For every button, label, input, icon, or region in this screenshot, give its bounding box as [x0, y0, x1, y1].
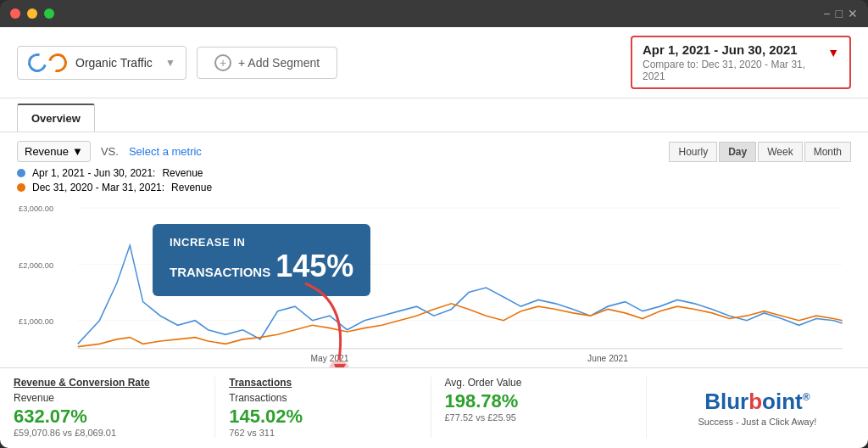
segment1-box[interactable]: Organic Traffic ▼: [17, 46, 186, 80]
blue-circle-icon: [25, 49, 50, 75]
metric-arrow-icon: ▼: [72, 145, 83, 158]
stat-value-revenue: 632.07%: [14, 406, 201, 428]
stat-value-transactions: 145.02%: [229, 406, 416, 428]
metric-label: Revenue: [25, 145, 69, 158]
brand-part2: b: [748, 389, 762, 414]
tab-overview[interactable]: Overview: [17, 104, 95, 132]
close-icon[interactable]: ✕: [848, 7, 858, 20]
close-button[interactable]: [10, 8, 20, 19]
stat-value-aov: 198.78%: [445, 390, 632, 412]
legend-date-1: Apr 1, 2021 - Jun 30, 2021:: [32, 167, 155, 179]
time-btn-week[interactable]: Week: [758, 142, 802, 162]
legend-item-1: Apr 1, 2021 - Jun 30, 2021: Revenue: [17, 167, 851, 179]
time-btn-day[interactable]: Day: [719, 142, 756, 162]
add-segment-box[interactable]: + + Add Segment: [197, 47, 337, 79]
brand-tagline: Success - Just a Click Away!: [698, 417, 816, 427]
svg-text:£3,000.00: £3,000.00: [19, 204, 53, 213]
time-buttons: Hourly Day Week Month: [669, 142, 851, 162]
app-window: − □ ✕ Organic Traffic ▼ + + Add Segment: [0, 0, 868, 448]
svg-text:May 2021: May 2021: [310, 353, 348, 363]
add-circle-icon: +: [214, 54, 231, 71]
legend-dot-blue: [17, 169, 25, 177]
stat-group-title-1: Transactions: [229, 377, 416, 389]
legend-dot-orange: [17, 183, 25, 192]
titlebar: − □ ✕: [0, 0, 868, 27]
segment1-label: Organic Traffic: [75, 56, 153, 70]
stat-group-aov: Avg. Order Value 198.78% £77.52 vs £25.9…: [431, 377, 647, 438]
organic-icon: [28, 53, 67, 72]
branding-section: Blurboint® Success - Just a Click Away!: [647, 377, 868, 438]
select-metric-link[interactable]: Select a metric: [129, 145, 202, 158]
svg-text:June 2021: June 2021: [587, 353, 628, 363]
window-controls: − □ ✕: [823, 7, 858, 20]
restore-icon[interactable]: □: [836, 7, 843, 20]
brand-name: Blurboint®: [704, 389, 810, 415]
chart-area: £3,000.00 £2,000.00 £1,000.00 May 2021 J…: [17, 199, 851, 367]
tab-bar: Overview: [0, 98, 868, 132]
stat-label-aov: Avg. Order Value: [445, 377, 632, 389]
chart-svg: £3,000.00 £2,000.00 £1,000.00 May 2021 J…: [17, 199, 851, 367]
stat-label-transactions: Transactions: [229, 392, 416, 404]
stat-sub-transactions: 762 vs 311: [229, 428, 416, 438]
main-content: Organic Traffic ▼ + + Add Segment ▼ Apr …: [0, 27, 868, 448]
minimize-icon[interactable]: −: [823, 7, 830, 20]
maximize-button[interactable]: [44, 8, 54, 19]
date-compare: Compare to: Dec 31, 2020 - Mar 31, 2021: [643, 59, 839, 82]
stat-label-revenue: Revenue: [14, 392, 201, 404]
stats-bar: Revenue & Conversion Rate Revenue 632.07…: [0, 367, 868, 448]
metric-bar: Revenue ▼ VS. Select a metric Hourly Day…: [17, 132, 851, 167]
svg-text:£1,000.00: £1,000.00: [19, 316, 53, 326]
stat-sub-aov: £77.52 vs £25.95: [445, 412, 632, 423]
legend-item-2: Dec 31, 2020 - Mar 31, 2021: Revenue: [17, 182, 851, 193]
stat-group-revenue: Revenue & Conversion Rate Revenue 632.07…: [0, 377, 215, 438]
stat-sub-revenue: £59,070.86 vs £8,069.01: [14, 428, 201, 438]
stat-group-transactions: Transactions Transactions 145.02% 762 vs…: [215, 377, 431, 438]
top-bar: Organic Traffic ▼ + + Add Segment ▼ Apr …: [0, 27, 868, 98]
metric-dropdown[interactable]: Revenue ▼: [17, 141, 91, 162]
add-segment-label: + Add Segment: [238, 56, 320, 70]
brand-part1: Blur: [704, 389, 748, 414]
svg-text:£2,000.00: £2,000.00: [19, 260, 53, 269]
date-arrow-icon: ▼: [827, 46, 839, 59]
vs-text: VS.: [101, 145, 119, 158]
brand-registered: ®: [803, 391, 810, 403]
date-compare-label: Compare to:: [643, 59, 698, 70]
time-btn-month[interactable]: Month: [804, 142, 851, 162]
orange-circle-icon: [45, 49, 70, 75]
chart-legend: Apr 1, 2021 - Jun 30, 2021: Revenue Dec …: [17, 167, 851, 199]
legend-metric-2: Revenue: [171, 182, 212, 193]
stat-group-title-0: Revenue & Conversion Rate: [14, 377, 201, 389]
minimize-button[interactable]: [27, 8, 37, 19]
legend-date-2: Dec 31, 2020 - Mar 31, 2021:: [32, 182, 164, 193]
date-range-box[interactable]: ▼ Apr 1, 2021 - Jun 30, 2021 Compare to:…: [631, 36, 851, 89]
time-btn-hourly[interactable]: Hourly: [669, 142, 717, 162]
date-main: Apr 1, 2021 - Jun 30, 2021: [643, 42, 839, 57]
legend-metric-1: Revenue: [162, 167, 203, 179]
chevron-down-icon: ▼: [165, 57, 175, 69]
brand-part3: oint: [762, 389, 803, 414]
chart-section: Revenue ▼ VS. Select a metric Hourly Day…: [0, 132, 868, 367]
